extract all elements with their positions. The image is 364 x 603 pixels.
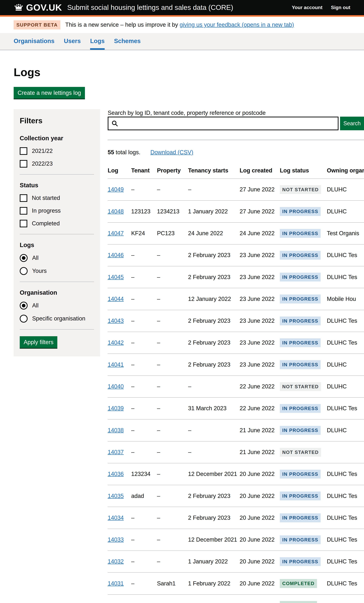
status-badge: IN PROGRESS (280, 338, 321, 347)
search-button[interactable]: Search (340, 117, 364, 130)
download-csv-link[interactable]: Download (CSV) (151, 149, 193, 156)
radio-organisation-all-label: All (32, 302, 38, 309)
tenancy-starts-cell: 12 December 2021 (188, 530, 240, 550)
radio-logs-all[interactable]: All (20, 254, 94, 262)
property-cell: – (157, 551, 188, 572)
table-row: 14034 – – 2 February 2023 20 June 2022 I… (108, 507, 364, 529)
checkbox-icon[interactable] (20, 207, 27, 215)
log-id-link[interactable]: 14034 (108, 515, 124, 521)
table-row: 14045 – – 2 February 2023 23 June 2022 I… (108, 266, 364, 288)
nav-item-organisations[interactable]: Organisations (14, 37, 54, 50)
checkbox-2022-23[interactable]: 2022/23 (20, 160, 94, 168)
nav-link-schemes[interactable]: Schemes (114, 38, 141, 44)
collection-year-label: Collection year (20, 134, 94, 142)
nav-link-users[interactable]: Users (64, 38, 81, 44)
your-account-link[interactable]: Your account (292, 4, 322, 11)
log-created-cell: 20 June 2022 (240, 486, 280, 506)
create-lettings-log-button[interactable]: Create a new lettings log (14, 87, 85, 99)
checkbox-2021-22[interactable]: 2021/22 (20, 147, 94, 155)
log-id-link[interactable]: 14048 (108, 208, 124, 215)
radio-specific-organisation[interactable]: Specific organisation (20, 315, 94, 323)
header-account-nav: Your account Sign out (292, 4, 350, 11)
radio-logs-yours-label: Yours (32, 267, 47, 275)
table-body: 14049 – – – 27 June 2022 NOT STARTED DLU… (108, 179, 364, 603)
filter-divider (20, 234, 94, 234)
log-id-link[interactable]: 14030 (108, 602, 124, 603)
log-id-link[interactable]: 14035 (108, 493, 124, 499)
property-cell: – (157, 595, 188, 603)
tenant-cell: – (131, 311, 157, 331)
log-id-link[interactable]: 14040 (108, 383, 124, 390)
log-id-link[interactable]: 14037 (108, 449, 124, 455)
sign-out-link[interactable]: Sign out (331, 4, 350, 11)
log-id-link[interactable]: 14042 (108, 339, 124, 346)
radio-logs-yours[interactable]: Yours (20, 267, 94, 275)
log-id-link[interactable]: 14033 (108, 536, 124, 543)
nav-link-organisations[interactable]: Organisations (14, 38, 54, 44)
radio-icon[interactable] (20, 254, 28, 262)
table-row: 14039 – – 31 March 2023 22 June 2022 IN … (108, 398, 364, 419)
checkbox-icon[interactable] (20, 194, 27, 202)
checkbox-not-started[interactable]: Not started (20, 194, 94, 202)
feedback-link[interactable]: giving us your feedback (opens in a new … (180, 22, 294, 28)
column-header-property: Property (157, 163, 188, 178)
owning-organisation-cell: DLUHC Tes (327, 508, 364, 528)
log-id-link[interactable]: 14045 (108, 274, 124, 280)
log-id-link[interactable]: 14031 (108, 580, 124, 587)
nav-item-users[interactable]: Users (64, 37, 81, 50)
table-row: 14044 – – 12 January 2022 23 June 2022 I… (108, 288, 364, 310)
tenant-cell: – (131, 573, 157, 594)
search-input[interactable] (108, 117, 339, 130)
radio-organisation-all[interactable]: All (20, 302, 94, 310)
checkbox-icon[interactable] (20, 160, 27, 168)
log-id-cell: 14034 (108, 508, 131, 528)
log-id-link[interactable]: 14032 (108, 558, 124, 565)
log-id-link[interactable]: 14047 (108, 230, 124, 236)
log-id-link[interactable]: 14049 (108, 186, 124, 193)
table-row: 14048 123123 1234213 1 January 2022 27 J… (108, 201, 364, 222)
log-created-cell: 27 June 2022 (240, 201, 280, 221)
log-id-link[interactable]: 14036 (108, 471, 124, 477)
log-id-link[interactable]: 14043 (108, 318, 124, 324)
log-status-cell: NOT STARTED (280, 179, 327, 200)
checkbox-icon[interactable] (20, 147, 27, 155)
table-row: 14033 – – 12 December 2021 20 June 2022 … (108, 529, 364, 551)
nav-item-logs[interactable]: Logs (90, 37, 105, 50)
log-id-link[interactable]: 14038 (108, 427, 124, 433)
log-id-link[interactable]: 14046 (108, 252, 124, 258)
total-logs-text: 55 total logs. (108, 149, 141, 156)
tenant-cell: – (131, 442, 157, 462)
apply-filters-button[interactable]: Apply filters (20, 336, 57, 348)
tenant-cell: – (131, 267, 157, 287)
table-row: 14047 KF24 PC123 24 June 2022 24 June 20… (108, 223, 364, 244)
status-badge: IN PROGRESS (280, 513, 321, 522)
log-id-link[interactable]: 14044 (108, 296, 124, 302)
checkbox-completed[interactable]: Completed (20, 220, 94, 227)
radio-icon[interactable] (20, 267, 28, 275)
log-id-cell: 14033 (108, 530, 131, 550)
log-id-link[interactable]: 14039 (108, 405, 124, 411)
log-status-cell: COMPLETED (280, 573, 327, 594)
checkbox-in-progress[interactable]: In progress (20, 207, 94, 215)
log-status-cell: IN PROGRESS (280, 288, 327, 310)
status-badge: IN PROGRESS (280, 360, 321, 369)
radio-icon[interactable] (20, 315, 28, 323)
nav-link-logs[interactable]: Logs (90, 38, 105, 44)
log-id-cell: 14038 (108, 420, 131, 441)
checkbox-completed-label: Completed (32, 220, 60, 227)
property-cell: – (157, 398, 188, 418)
checkbox-icon[interactable] (20, 220, 27, 227)
radio-icon[interactable] (20, 302, 28, 310)
log-created-cell: 23 June 2022 (240, 311, 280, 331)
log-created-cell: 20 June 2022 (240, 551, 280, 572)
log-created-cell: 22 June 2022 (240, 376, 280, 397)
log-id-link[interactable]: 14041 (108, 361, 124, 368)
log-id-cell: 14032 (108, 551, 131, 572)
checkbox-in-progress-label: In progress (32, 207, 61, 214)
nav-item-schemes[interactable]: Schemes (114, 37, 141, 50)
checkbox-2022-23-label: 2022/23 (32, 160, 53, 167)
owning-organisation-cell: DLUHC Tes (327, 573, 364, 594)
status-badge: IN PROGRESS (280, 557, 321, 566)
checkbox-2021-22-label: 2021/22 (32, 147, 53, 155)
property-cell: – (157, 179, 188, 200)
